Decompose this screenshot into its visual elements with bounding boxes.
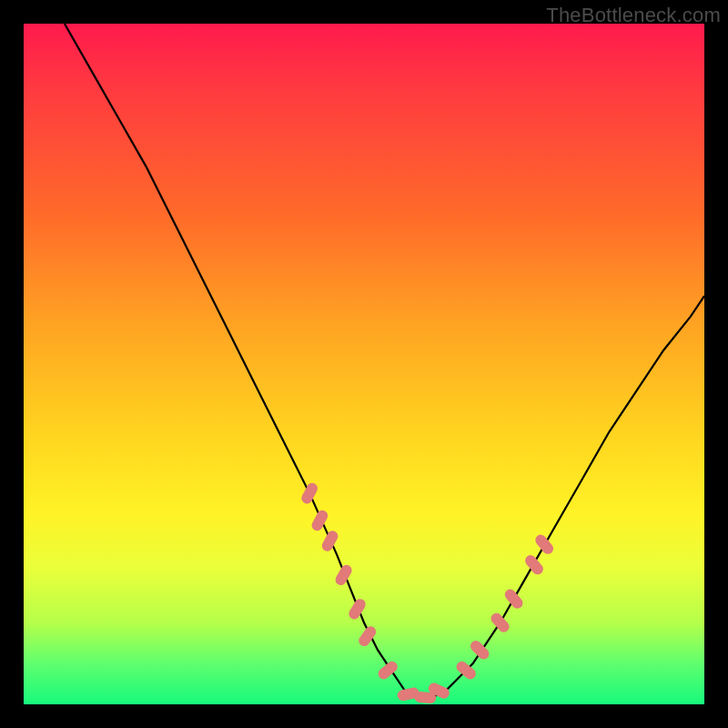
curve-marker (333, 563, 353, 588)
plot-area (24, 24, 704, 704)
curve-marker (533, 532, 556, 556)
curve-marker (523, 553, 546, 577)
curve-marker (489, 611, 511, 634)
chart-frame: TheBottleneck.com (0, 0, 728, 728)
curve-marker (502, 587, 525, 611)
curve-marker (320, 529, 340, 553)
curve-marker (347, 597, 368, 622)
curve-marker (309, 509, 329, 533)
watermark-text: TheBottleneck.com (546, 4, 721, 27)
curve-marker (299, 481, 319, 506)
curve-svg (24, 24, 704, 704)
bottleneck-curve (65, 24, 704, 698)
